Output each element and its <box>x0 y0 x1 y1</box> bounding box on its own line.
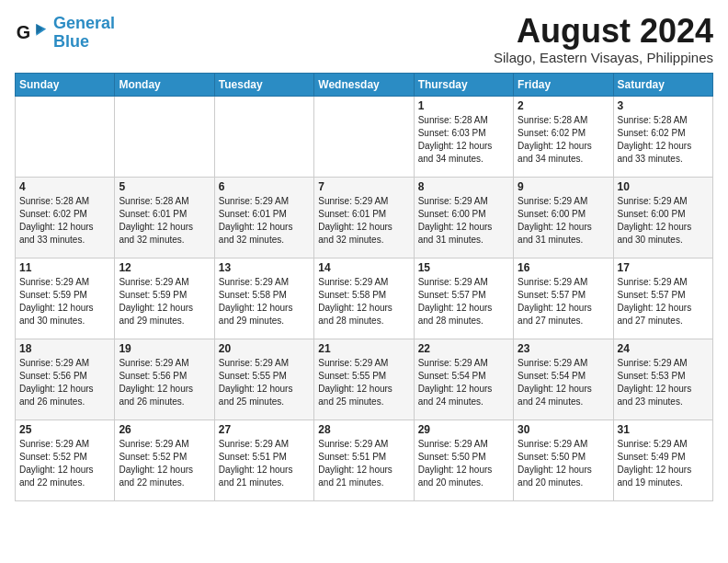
day-info: Sunrise: 5:29 AM Sunset: 5:52 PM Dayligh… <box>19 438 110 489</box>
day-number: 16 <box>518 261 609 274</box>
calendar-cell: 3Sunrise: 5:28 AM Sunset: 6:02 PM Daylig… <box>613 97 712 178</box>
day-info: Sunrise: 5:29 AM Sunset: 5:57 PM Dayligh… <box>618 276 709 327</box>
calendar-cell <box>115 97 214 178</box>
day-number: 25 <box>19 423 110 436</box>
calendar-cell: 23Sunrise: 5:29 AM Sunset: 5:54 PM Dayli… <box>514 339 613 420</box>
calendar-cell: 12Sunrise: 5:29 AM Sunset: 5:59 PM Dayli… <box>115 259 214 339</box>
header-day-sunday: Sunday <box>16 74 115 97</box>
calendar-cell: 28Sunrise: 5:29 AM Sunset: 5:51 PM Dayli… <box>314 420 414 501</box>
calendar-cell: 27Sunrise: 5:29 AM Sunset: 5:51 PM Dayli… <box>214 420 313 501</box>
week-row-1: 1Sunrise: 5:28 AM Sunset: 6:03 PM Daylig… <box>16 97 713 178</box>
day-info: Sunrise: 5:29 AM Sunset: 5:59 PM Dayligh… <box>19 276 110 327</box>
logo-line1: General <box>53 14 115 32</box>
calendar-cell: 6Sunrise: 5:29 AM Sunset: 6:01 PM Daylig… <box>214 178 313 259</box>
calendar-cell: 19Sunrise: 5:29 AM Sunset: 5:56 PM Dayli… <box>115 339 214 420</box>
day-number: 19 <box>119 342 210 355</box>
calendar-cell: 1Sunrise: 5:28 AM Sunset: 6:03 PM Daylig… <box>414 97 513 178</box>
logo: G General Blue <box>15 15 115 52</box>
calendar-cell: 24Sunrise: 5:29 AM Sunset: 5:53 PM Dayli… <box>613 339 712 420</box>
header-row: SundayMondayTuesdayWednesdayThursdayFrid… <box>16 74 713 97</box>
day-info: Sunrise: 5:29 AM Sunset: 6:01 PM Dayligh… <box>219 195 310 247</box>
day-number: 31 <box>618 423 709 436</box>
calendar-cell: 30Sunrise: 5:29 AM Sunset: 5:50 PM Dayli… <box>514 420 613 501</box>
day-info: Sunrise: 5:29 AM Sunset: 6:01 PM Dayligh… <box>318 195 409 247</box>
day-number: 18 <box>19 342 110 355</box>
day-info: Sunrise: 5:29 AM Sunset: 5:50 PM Dayligh… <box>518 438 609 489</box>
month-year-title: August 2024 <box>494 15 713 48</box>
header-day-monday: Monday <box>115 74 214 97</box>
day-info: Sunrise: 5:29 AM Sunset: 6:00 PM Dayligh… <box>418 195 509 247</box>
day-info: Sunrise: 5:28 AM Sunset: 6:01 PM Dayligh… <box>119 195 210 247</box>
day-info: Sunrise: 5:28 AM Sunset: 6:03 PM Dayligh… <box>418 114 509 166</box>
day-number: 28 <box>318 423 409 436</box>
calendar-cell: 13Sunrise: 5:29 AM Sunset: 5:58 PM Dayli… <box>214 259 313 339</box>
day-number: 11 <box>19 261 110 274</box>
day-number: 30 <box>518 423 609 436</box>
calendar-cell: 26Sunrise: 5:29 AM Sunset: 5:52 PM Dayli… <box>115 420 214 501</box>
day-number: 29 <box>418 423 509 436</box>
day-number: 14 <box>318 261 409 274</box>
day-number: 12 <box>119 261 210 274</box>
day-number: 15 <box>418 261 509 274</box>
calendar-cell: 14Sunrise: 5:29 AM Sunset: 5:58 PM Dayli… <box>314 259 414 339</box>
logo-text: General Blue <box>53 15 115 52</box>
day-number: 23 <box>518 342 609 355</box>
day-number: 20 <box>219 342 310 355</box>
week-row-5: 25Sunrise: 5:29 AM Sunset: 5:52 PM Dayli… <box>16 420 713 501</box>
day-number: 8 <box>418 180 509 193</box>
calendar-cell: 8Sunrise: 5:29 AM Sunset: 6:00 PM Daylig… <box>414 178 513 259</box>
day-info: Sunrise: 5:29 AM Sunset: 6:00 PM Dayligh… <box>618 195 709 247</box>
day-number: 22 <box>418 342 509 355</box>
day-info: Sunrise: 5:29 AM Sunset: 5:55 PM Dayligh… <box>219 357 310 408</box>
day-info: Sunrise: 5:29 AM Sunset: 5:53 PM Dayligh… <box>618 357 709 408</box>
calendar-body: 1Sunrise: 5:28 AM Sunset: 6:03 PM Daylig… <box>16 97 713 501</box>
day-info: Sunrise: 5:28 AM Sunset: 6:02 PM Dayligh… <box>618 114 709 166</box>
header-day-thursday: Thursday <box>414 74 513 97</box>
day-number: 7 <box>318 180 409 193</box>
calendar-cell: 22Sunrise: 5:29 AM Sunset: 5:54 PM Dayli… <box>414 339 513 420</box>
title-block: August 2024 Silago, Eastern Visayas, Phi… <box>494 15 713 65</box>
week-row-4: 18Sunrise: 5:29 AM Sunset: 5:56 PM Dayli… <box>16 339 713 420</box>
day-number: 1 <box>418 99 509 112</box>
day-number: 26 <box>119 423 210 436</box>
day-number: 5 <box>119 180 210 193</box>
day-info: Sunrise: 5:29 AM Sunset: 5:56 PM Dayligh… <box>119 357 210 408</box>
svg-text:G: G <box>17 22 30 42</box>
day-number: 6 <box>219 180 310 193</box>
header-day-wednesday: Wednesday <box>314 74 414 97</box>
calendar-header: SundayMondayTuesdayWednesdayThursdayFrid… <box>16 74 713 97</box>
header-day-saturday: Saturday <box>613 74 712 97</box>
calendar-cell: 15Sunrise: 5:29 AM Sunset: 5:57 PM Dayli… <box>414 259 513 339</box>
logo-line2: Blue <box>53 32 89 51</box>
calendar-cell: 17Sunrise: 5:29 AM Sunset: 5:57 PM Dayli… <box>613 259 712 339</box>
day-number: 10 <box>618 180 709 193</box>
week-row-3: 11Sunrise: 5:29 AM Sunset: 5:59 PM Dayli… <box>16 259 713 339</box>
calendar-cell: 2Sunrise: 5:28 AM Sunset: 6:02 PM Daylig… <box>514 97 613 178</box>
logo-icon: G <box>15 20 48 46</box>
location-subtitle: Silago, Eastern Visayas, Philippines <box>494 50 713 65</box>
calendar-cell: 18Sunrise: 5:29 AM Sunset: 5:56 PM Dayli… <box>16 339 115 420</box>
calendar-cell <box>214 97 313 178</box>
calendar-cell: 9Sunrise: 5:29 AM Sunset: 6:00 PM Daylig… <box>514 178 613 259</box>
day-info: Sunrise: 5:29 AM Sunset: 5:57 PM Dayligh… <box>518 276 609 327</box>
calendar-cell: 31Sunrise: 5:29 AM Sunset: 5:49 PM Dayli… <box>613 420 712 501</box>
day-info: Sunrise: 5:29 AM Sunset: 5:55 PM Dayligh… <box>318 357 409 408</box>
day-info: Sunrise: 5:29 AM Sunset: 6:00 PM Dayligh… <box>518 195 609 247</box>
day-info: Sunrise: 5:29 AM Sunset: 5:57 PM Dayligh… <box>418 276 509 327</box>
day-number: 17 <box>618 261 709 274</box>
calendar-cell: 4Sunrise: 5:28 AM Sunset: 6:02 PM Daylig… <box>16 178 115 259</box>
day-number: 27 <box>219 423 310 436</box>
day-number: 21 <box>318 342 409 355</box>
day-info: Sunrise: 5:28 AM Sunset: 6:02 PM Dayligh… <box>518 114 609 166</box>
header-day-tuesday: Tuesday <box>214 74 313 97</box>
calendar-cell: 25Sunrise: 5:29 AM Sunset: 5:52 PM Dayli… <box>16 420 115 501</box>
calendar-cell <box>16 97 115 178</box>
day-number: 13 <box>219 261 310 274</box>
day-info: Sunrise: 5:29 AM Sunset: 5:54 PM Dayligh… <box>518 357 609 408</box>
day-number: 3 <box>618 99 709 112</box>
day-info: Sunrise: 5:29 AM Sunset: 5:54 PM Dayligh… <box>418 357 509 408</box>
day-info: Sunrise: 5:28 AM Sunset: 6:02 PM Dayligh… <box>19 195 110 247</box>
calendar-cell: 20Sunrise: 5:29 AM Sunset: 5:55 PM Dayli… <box>214 339 313 420</box>
day-number: 4 <box>19 180 110 193</box>
day-info: Sunrise: 5:29 AM Sunset: 5:58 PM Dayligh… <box>219 276 310 327</box>
